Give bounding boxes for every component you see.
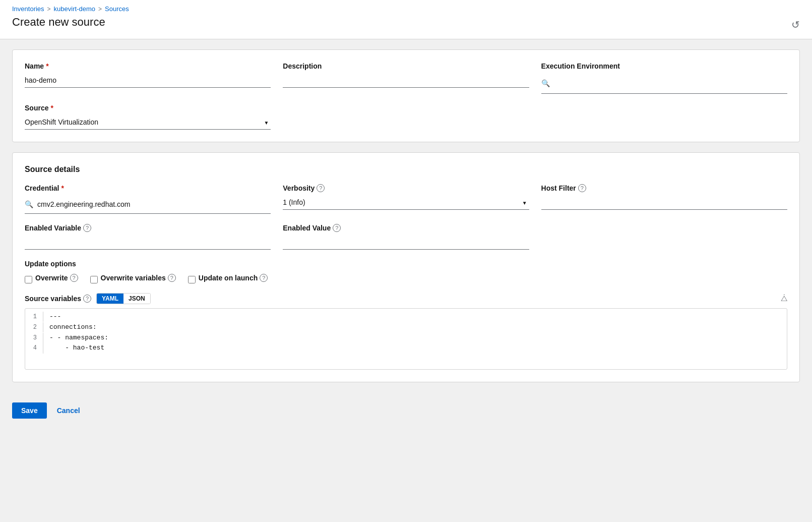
update-options-row: Overwrite ? Overwrite variables ? Update…	[25, 274, 787, 285]
code-line-2: 2 connections:	[25, 322, 787, 333]
enabled-value-help-icon[interactable]: ?	[333, 224, 341, 232]
footer-actions: Save Cancel	[12, 392, 800, 419]
breadcrumb: Inventories > kubevirt-demo > Sources	[12, 5, 800, 13]
credential-input[interactable]	[37, 197, 271, 211]
ee-input-wrapper: 🔍	[541, 73, 787, 94]
enabled-variable-input[interactable]	[25, 235, 271, 250]
overwrite-variables-item: Overwrite variables ?	[90, 274, 176, 285]
code-line-1: 1 ---	[25, 312, 787, 322]
credential-search-icon: 🔍	[25, 200, 33, 208]
code-editor[interactable]: 1 --- 2 connections: 3 - - namespaces: 4…	[25, 308, 787, 370]
host-filter-label: Host Filter ?	[541, 184, 787, 192]
source-variables-label: Source variables ?	[25, 295, 91, 303]
source-details-title: Source details	[25, 165, 787, 174]
update-on-launch-help-icon[interactable]: ?	[260, 274, 268, 282]
update-on-launch-item: Update on launch ?	[188, 274, 268, 285]
overwrite-variables-label[interactable]: Overwrite variables ?	[101, 274, 176, 282]
yaml-toggle-button[interactable]: YAML	[97, 294, 123, 304]
history-icon[interactable]: ↺	[791, 19, 800, 31]
overwrite-label[interactable]: Overwrite ?	[35, 274, 78, 282]
json-toggle-button[interactable]: JSON	[123, 294, 150, 304]
source-required: *	[50, 104, 53, 112]
enabled-value-input[interactable]	[283, 235, 529, 250]
verbosity-select-wrapper: 0 (Warning) 1 (Info) 2 (Debug) 3 (Debug+…	[283, 195, 529, 210]
enabled-variable-help-icon[interactable]: ?	[83, 224, 91, 232]
code-line-4: 4 - hao-test	[25, 343, 787, 354]
update-on-launch-checkbox[interactable]	[188, 276, 196, 283]
breadcrumb-sep-2: >	[98, 6, 102, 13]
source-variables-help-icon[interactable]: ?	[83, 295, 91, 303]
format-toggle-group: YAML JSON	[96, 293, 151, 304]
name-input[interactable]	[25, 73, 271, 88]
source-select-wrapper: OpenShift Virtualization Amazon EC2 Goog…	[25, 115, 271, 130]
credential-required: *	[61, 184, 64, 192]
breadcrumb-kubevirt-demo[interactable]: kubevirt-demo	[54, 5, 95, 13]
verbosity-label: Verbosity ?	[283, 184, 529, 192]
enabled-variable-label: Enabled Variable ?	[25, 224, 271, 232]
overwrite-checkbox[interactable]	[25, 276, 32, 283]
ee-search-icon: 🔍	[541, 79, 550, 87]
breadcrumb-sep-1: >	[47, 6, 51, 13]
code-editor-body: 1 --- 2 connections: 3 - - namespaces: 4…	[25, 309, 787, 369]
verbosity-help-icon[interactable]: ?	[317, 184, 325, 192]
ee-input[interactable]	[550, 76, 787, 90]
source-select[interactable]: OpenShift Virtualization Amazon EC2 Goog…	[25, 115, 271, 130]
ee-label: Execution Environment	[541, 62, 787, 70]
overwrite-item: Overwrite ?	[25, 274, 78, 285]
overwrite-vars-help-icon[interactable]: ?	[168, 274, 176, 282]
overwrite-variables-checkbox[interactable]	[90, 276, 98, 283]
overwrite-help-icon[interactable]: ?	[70, 274, 78, 282]
cancel-button[interactable]: Cancel	[55, 402, 82, 419]
host-filter-help-icon[interactable]: ?	[578, 184, 586, 192]
enabled-value-label: Enabled Value ?	[283, 224, 529, 232]
description-label: Description	[283, 62, 529, 70]
code-line-3: 3 - - namespaces:	[25, 333, 787, 343]
save-button[interactable]: Save	[12, 402, 47, 419]
description-input[interactable]	[283, 73, 529, 88]
name-label: Name *	[25, 62, 271, 70]
verbosity-select[interactable]: 0 (Warning) 1 (Info) 2 (Debug) 3 (Debug+…	[283, 195, 529, 210]
breadcrumb-inventories[interactable]: Inventories	[12, 5, 44, 13]
expand-icon[interactable]: ⧊	[781, 294, 787, 303]
breadcrumb-sources: Sources	[105, 5, 129, 13]
page-title: Create new source	[12, 16, 105, 34]
update-on-launch-label[interactable]: Update on launch ?	[199, 274, 268, 282]
host-filter-input[interactable]	[541, 195, 787, 210]
credential-label: Credential *	[25, 184, 271, 192]
source-label: Source *	[25, 104, 271, 112]
source-variables-row: Source variables ? YAML JSON ⧊	[25, 293, 787, 304]
update-options-title: Update options	[25, 260, 787, 268]
name-required: *	[46, 62, 48, 70]
credential-input-wrapper: 🔍	[25, 195, 271, 214]
